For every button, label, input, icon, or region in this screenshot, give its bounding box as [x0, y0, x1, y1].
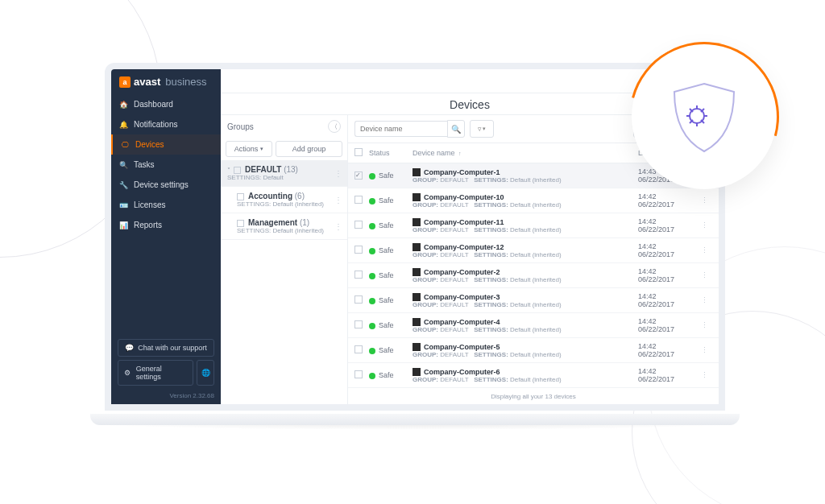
- last-seen-date: 06/22/2017: [638, 350, 701, 358]
- device-row[interactable]: SafeCompany-Computer-10GROUP: DEFAULT SE…: [348, 188, 719, 213]
- last-seen-time: 14:42: [638, 317, 701, 325]
- groups-actions-dropdown[interactable]: Actions ▾: [226, 141, 272, 157]
- globe-icon: 🌐: [201, 369, 209, 377]
- row-more-button[interactable]: ⋮: [701, 296, 708, 304]
- device-name: Company-Computer-6: [424, 368, 500, 376]
- device-meta: GROUP: DEFAULT SETTINGS: Default (inheri…: [412, 276, 638, 283]
- status-dot-icon: [369, 248, 375, 254]
- group-node[interactable]: Management (1)SETTINGS: Default (inherit…: [221, 213, 347, 240]
- brand-badge-icon: a: [119, 76, 131, 88]
- windows-icon: [412, 318, 421, 326]
- windows-icon: [412, 243, 421, 251]
- add-group-button[interactable]: Add group: [276, 141, 342, 157]
- row-more-button[interactable]: ⋮: [701, 246, 708, 254]
- last-seen-date: 06/22/2017: [638, 225, 701, 233]
- row-more-button[interactable]: ⋮: [701, 196, 708, 204]
- last-seen-time: 14:42: [638, 342, 701, 350]
- sort-asc-icon: ↑: [458, 151, 462, 156]
- select-all-checkbox[interactable]: [354, 148, 363, 156]
- nav-label: Devices: [135, 140, 164, 149]
- row-checkbox[interactable]: [354, 271, 363, 279]
- groups-actions-label: Actions: [234, 145, 259, 153]
- group-checkbox[interactable]: [237, 220, 244, 227]
- last-seen-time: 14:42: [638, 217, 701, 225]
- device-row[interactable]: SafeCompany-Computer-4GROUP: DEFAULT SET…: [348, 313, 719, 338]
- group-node[interactable]: Accounting (6)SETTINGS: Default (inherit…: [221, 187, 347, 213]
- device-row[interactable]: SafeCompany-Computer-6GROUP: DEFAULT SET…: [348, 363, 719, 388]
- windows-icon: [412, 168, 421, 176]
- devices-footer: Displaying all your 13 devices: [348, 389, 719, 404]
- device-meta: GROUP: DEFAULT SETTINGS: Default (inheri…: [412, 301, 638, 308]
- device-name: Company-Computer-11: [424, 218, 504, 226]
- status-text: Safe: [379, 371, 394, 379]
- row-checkbox[interactable]: [354, 370, 363, 378]
- group-more-button[interactable]: ⋮: [334, 196, 342, 204]
- sidebar-item-reports[interactable]: 📊Reports: [111, 215, 221, 235]
- last-seen-date: 06/22/2017: [638, 300, 701, 308]
- device-row[interactable]: SafeCompany-Computer-11GROUP: DEFAULT SE…: [348, 213, 719, 238]
- general-settings-button[interactable]: ⚙ General settings: [118, 360, 193, 386]
- add-group-label: Add group: [292, 145, 326, 153]
- collapse-groups-button[interactable]: 〈: [328, 120, 341, 133]
- row-more-button[interactable]: ⋮: [701, 271, 708, 279]
- device-meta: GROUP: DEFAULT SETTINGS: Default (inheri…: [412, 376, 638, 383]
- sidebar-item-licenses[interactable]: 🪪Licenses: [111, 195, 221, 215]
- row-checkbox[interactable]: [354, 345, 363, 353]
- last-seen-time: 14:42: [638, 367, 701, 375]
- device-row[interactable]: SafeCompany-Computer-3GROUP: DEFAULT SET…: [348, 288, 719, 313]
- status-dot-icon: [369, 373, 375, 379]
- device-row[interactable]: SafeCompany-Computer-5GROUP: DEFAULT SET…: [348, 338, 719, 363]
- row-more-button[interactable]: ⋮: [701, 221, 708, 229]
- group-more-button[interactable]: ⋮: [334, 222, 342, 231]
- nav-label: Licenses: [134, 200, 165, 209]
- row-checkbox[interactable]: [354, 295, 363, 304]
- windows-icon: [412, 268, 421, 276]
- last-seen-date: 06/22/2017: [638, 275, 701, 283]
- sidebar-item-tasks[interactable]: 🔍Tasks: [111, 155, 221, 175]
- device-name: Company-Computer-3: [424, 293, 500, 301]
- device-search-button[interactable]: 🔍: [447, 120, 465, 138]
- chevron-down-icon: ▾: [260, 146, 263, 152]
- row-checkbox[interactable]: [354, 320, 363, 328]
- col-status[interactable]: Status: [369, 149, 412, 157]
- nav-label: Reports: [134, 221, 162, 229]
- sidebar-item-device-settings[interactable]: 🔧Device settings: [111, 175, 221, 195]
- device-meta: GROUP: DEFAULT SETTINGS: Default (inheri…: [412, 201, 638, 209]
- sidebar-nav: 🏠Dashboard🔔Notifications🖵Devices🔍Tasks🔧D…: [111, 94, 221, 334]
- row-checkbox[interactable]: [354, 221, 363, 229]
- sidebar-item-devices[interactable]: 🖵Devices: [111, 134, 221, 155]
- device-row[interactable]: SafeCompany-Computer-2GROUP: DEFAULT SET…: [348, 263, 719, 288]
- group-name: Accounting (6): [248, 192, 305, 200]
- svg-line-6: [701, 120, 704, 123]
- device-row[interactable]: SafeCompany-Computer-12GROUP: DEFAULT SE…: [348, 238, 719, 263]
- windows-icon: [412, 293, 421, 301]
- language-button[interactable]: 🌐: [197, 360, 214, 386]
- group-checkbox[interactable]: [234, 167, 241, 174]
- group-tree: ˅DEFAULT (13)SETTINGS: Default⋮Accountin…: [221, 160, 347, 404]
- device-search-input[interactable]: [354, 121, 447, 137]
- brand-sub: business: [165, 76, 206, 88]
- row-more-button[interactable]: ⋮: [701, 346, 708, 354]
- last-seen-date: 06/22/2017: [638, 375, 701, 383]
- filter-button[interactable]: ▿ ▾: [470, 120, 494, 138]
- row-checkbox[interactable]: [354, 171, 363, 180]
- status-text: Safe: [379, 296, 394, 304]
- group-more-button[interactable]: ⋮: [334, 169, 342, 178]
- sidebar-item-dashboard[interactable]: 🏠Dashboard: [111, 94, 221, 114]
- group-node[interactable]: ˅DEFAULT (13)SETTINGS: Default⋮: [221, 160, 347, 187]
- group-checkbox[interactable]: [237, 193, 244, 200]
- row-checkbox[interactable]: [354, 246, 363, 254]
- group-name: DEFAULT (13): [245, 165, 298, 174]
- status-dot-icon: [369, 348, 375, 354]
- sidebar-item-notifications[interactable]: 🔔Notifications: [111, 114, 221, 134]
- group-settings: SETTINGS: Default (inherited): [237, 200, 341, 208]
- status-dot-icon: [369, 273, 375, 279]
- row-checkbox[interactable]: [354, 196, 363, 204]
- status-dot-icon: [369, 198, 375, 204]
- col-name[interactable]: Device name ↑: [412, 149, 638, 157]
- row-more-button[interactable]: ⋮: [701, 321, 708, 329]
- row-more-button[interactable]: ⋮: [701, 371, 708, 379]
- chat-support-button[interactable]: 💬 Chat with our support: [118, 339, 214, 357]
- search-icon: 🔍: [451, 125, 461, 134]
- status-dot-icon: [369, 173, 375, 180]
